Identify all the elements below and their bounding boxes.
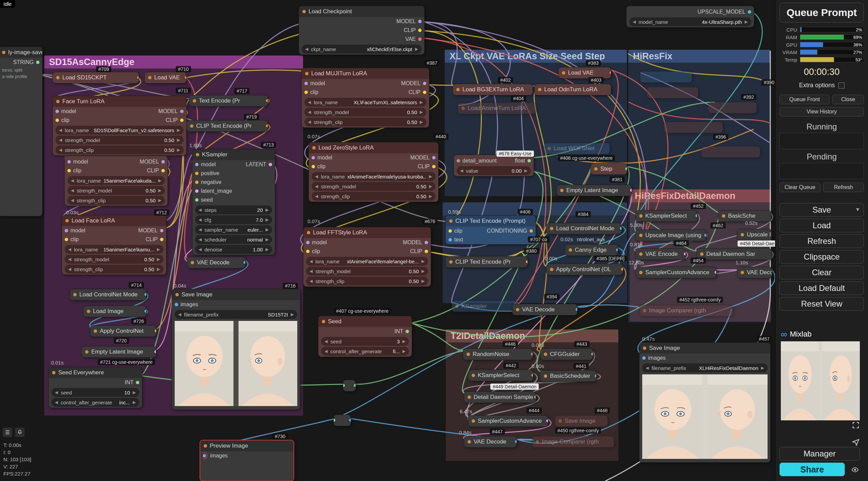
- menu-reset-view-button[interactable]: Reset View: [779, 297, 864, 311]
- fit-view-icon[interactable]: [850, 419, 862, 431]
- eye-icon[interactable]: [849, 464, 861, 476]
- refresh-queue-button[interactable]: Refresh: [823, 183, 864, 192]
- node-badge: 12.80s: [629, 260, 644, 265]
- node-badge: #441: [573, 363, 589, 369]
- node-badge: 5.30s: [630, 222, 643, 228]
- extra-options-checkbox[interactable]: [838, 82, 845, 89]
- clear-queue-button[interactable]: Clear Queue: [779, 183, 820, 192]
- stat-line: V: 227: [3, 463, 31, 470]
- meter-label: GPU: [779, 42, 797, 48]
- elapsed-timer: 00:00:30: [779, 67, 864, 77]
- node-badge: 1.60s: [189, 142, 202, 148]
- notifications-bell-icon[interactable]: [15, 428, 25, 437]
- zoom-in-icon[interactable]: +: [850, 385, 862, 397]
- node-badge: #404: [511, 95, 526, 102]
- node-badge: #390: [761, 79, 775, 86]
- node-badge: #710: [176, 66, 191, 72]
- stat-line: I: 0: [3, 449, 31, 456]
- node-badge: #457: [757, 336, 772, 342]
- manager-button[interactable]: Manager: [779, 447, 860, 461]
- node-badge: 0.07s: [307, 134, 320, 139]
- node-badge: #394: [544, 294, 559, 300]
- node-badge: #408 cg-use-everywhere: [558, 155, 615, 161]
- node-badge: #380: [524, 248, 539, 254]
- menu-clear-button[interactable]: Clear: [779, 266, 864, 279]
- close-button[interactable]: Close: [832, 95, 864, 104]
- node-badge: 0.02s: [561, 236, 573, 242]
- node-badge: #447: [490, 429, 505, 435]
- node-badge: #383: [586, 60, 601, 66]
- meter-value: 2%: [856, 27, 862, 32]
- node-badge: #676: [422, 218, 438, 224]
- node-badge: #716: [283, 283, 298, 289]
- node-badge: #711: [176, 88, 191, 94]
- mixlab-toggle[interactable]: ∞ Mixlab: [781, 330, 811, 339]
- meter-value: 53°: [855, 57, 862, 62]
- node-badge: 1.10s: [736, 260, 748, 265]
- meter-value: 36%: [853, 42, 862, 47]
- node-badge: 0.00s: [532, 363, 544, 369]
- running-label: Running: [779, 122, 864, 131]
- share-button[interactable]: Share: [779, 463, 845, 476]
- stat-line: FPS:227.27: [3, 470, 31, 477]
- node-badge: 0.52s: [745, 220, 758, 226]
- zoom-out-icon[interactable]: −: [850, 402, 862, 414]
- node-badge: 0.59s: [448, 209, 461, 215]
- node-badge: #402: [498, 77, 513, 83]
- anime-faces-image: [781, 341, 860, 420]
- node-badge: #444: [526, 407, 542, 414]
- queue-panel-icon[interactable]: [3, 428, 12, 437]
- queue-front-button[interactable]: Queue Front: [779, 95, 830, 104]
- meter-bar: 69%: [800, 34, 864, 40]
- meter-label: VRAM: [779, 49, 797, 55]
- running-list: [779, 133, 864, 149]
- node-badge: #726: [131, 318, 146, 324]
- menu-load-default-button[interactable]: Load Default: [779, 281, 864, 295]
- meter-bar: 2%: [800, 27, 864, 32]
- canvas-toolbar: + −: [849, 385, 863, 448]
- meter-temp: Temp53°: [779, 56, 864, 63]
- node-badge: #454: [691, 258, 706, 264]
- mixlab-icon: ∞: [781, 331, 787, 338]
- node-badge: #458 Detail-Dae: [738, 240, 775, 247]
- node-badge: #446: [503, 341, 518, 347]
- node-badge: ntrolnet_aux: [577, 236, 605, 242]
- node-badge: #720: [114, 338, 129, 344]
- meter-gpu: GPU36%: [779, 41, 864, 48]
- queue-prompt-button[interactable]: Queue Prompt: [779, 3, 864, 22]
- node-badge: #709: [96, 66, 111, 72]
- node-badge: #381: [610, 176, 625, 183]
- node-badge: #452 rgthree-comfy: [677, 297, 723, 303]
- menu-load-button[interactable]: Load: [779, 219, 864, 232]
- node-badge: #462: [710, 222, 726, 229]
- system-monitor: CPU2%RAM69%GPU36%VRAM27%Temp53°: [779, 26, 864, 63]
- node-badge: #443: [574, 341, 589, 347]
- node-badge: #721 cg-use-everywhere: [98, 359, 155, 365]
- menu-save-button[interactable]: Save▼: [779, 203, 864, 217]
- comfyui-menu: Queue Prompt CPU2%RAM69%GPU36%VRAM27%Tem…: [775, 0, 868, 481]
- stat-line: T: 0.00s: [3, 441, 31, 449]
- node-badge: #406: [518, 209, 533, 215]
- chevron-down-icon[interactable]: ▼: [855, 206, 860, 212]
- node-graph-canvas[interactable]: SD15AsCannyEdgeXL Ckpt VAE LoRAs Size Se…: [0, 0, 775, 481]
- node-badge: 0.01s: [51, 360, 64, 366]
- node-badge: #713: [261, 142, 276, 148]
- meter-bar: 53°: [800, 57, 864, 62]
- menu-refresh-button[interactable]: Refresh: [779, 234, 864, 248]
- node-badge: #719: [244, 114, 259, 120]
- result-preview-image[interactable]: [781, 341, 860, 420]
- node-badge: 0.00s: [532, 342, 544, 348]
- node-badge: #403: [588, 77, 604, 83]
- menu-clipspace-button[interactable]: Clipspace: [779, 250, 864, 264]
- meter-ram: RAM69%: [779, 33, 864, 41]
- view-history-button[interactable]: View History: [779, 107, 864, 117]
- node-badge: 6.47s: [460, 408, 472, 414]
- node-badge: 0.07s: [307, 218, 320, 224]
- pending-list: [779, 163, 864, 179]
- node-badge: #407 cg-use-everywhere: [334, 308, 391, 314]
- status-idle: Idle: [0, 0, 15, 8]
- meter-cpu: CPU2%: [779, 26, 864, 33]
- send-cursor-icon[interactable]: [850, 436, 862, 448]
- meter-label: Temp: [779, 57, 797, 63]
- extra-options-label: Extra options: [799, 82, 835, 89]
